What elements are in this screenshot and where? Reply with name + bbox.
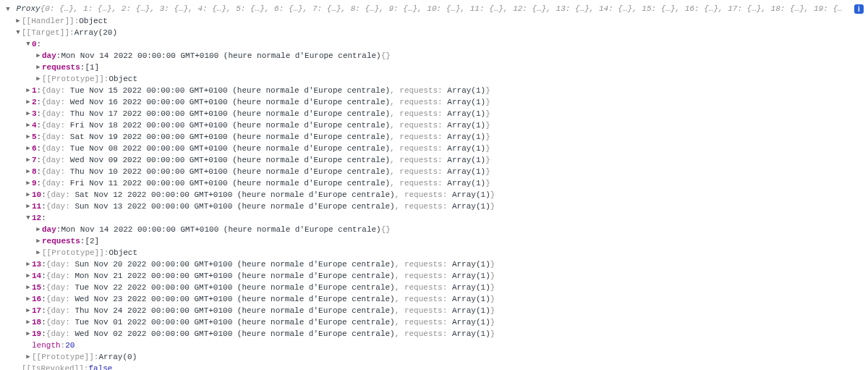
disclosure-right-icon[interactable]: ▶ <box>35 50 42 62</box>
prop-value: Object <box>109 247 137 258</box>
property-row[interactable]: ▶ [[Prototype]]: Object <box>4 73 864 85</box>
disclosure-right-icon[interactable]: ▶ <box>25 316 32 328</box>
disclosure-right-icon[interactable]: ▶ <box>25 258 32 270</box>
disclosure-right-icon[interactable]: ▶ <box>35 235 42 247</box>
object-root-row[interactable]: ▼ Proxy {0: {…}, 1: {…}, 2: {…}, 3: {…},… <box>4 3 864 15</box>
index-label: 2 <box>32 96 37 108</box>
index-label: 11 <box>32 201 41 212</box>
object-preview: {day: Thu Nov 24 2022 00:00:00 GMT+0100 … <box>46 305 495 316</box>
property-row[interactable]: ▶ requests: [2] <box>4 235 864 247</box>
disclosure-right-icon[interactable]: ▶ <box>25 328 32 340</box>
property-row[interactable]: length: 20 <box>4 340 864 351</box>
disclosure-right-icon[interactable]: ▶ <box>25 96 32 108</box>
disclosure-right-icon[interactable]: ▶ <box>25 131 32 143</box>
disclosure-right-icon[interactable]: ▶ <box>25 177 32 189</box>
prop-name: [[IsRevoked]] <box>22 363 84 370</box>
object-preview: {day: Fri Nov 11 2022 00:00:00 GMT+0100 … <box>41 177 490 189</box>
property-row[interactable]: ▶ [[Prototype]]: Object <box>4 247 864 258</box>
object-preview: {day: Wed Nov 09 2022 00:00:00 GMT+0100 … <box>41 154 490 166</box>
disclosure-right-icon[interactable]: ▶ <box>35 73 42 85</box>
property-row[interactable]: [[IsRevoked]]: false <box>4 363 864 370</box>
array-item-row[interactable]: ▶9: {day: Fri Nov 11 2022 00:00:00 GMT+0… <box>4 177 864 189</box>
prop-value: 20 <box>65 340 75 351</box>
target-row[interactable]: ▼ [[Target]]: Array(20) <box>4 27 864 38</box>
array-item-row[interactable]: ▶16: {day: Wed Nov 23 2022 00:00:00 GMT+… <box>4 293 864 305</box>
property-row[interactable]: ▶ [[Prototype]]: Array(0) <box>4 351 864 363</box>
prop-name: [[Target]] <box>22 27 69 38</box>
disclosure-down-icon[interactable]: ▼ <box>25 212 32 224</box>
info-icon[interactable]: i <box>854 4 864 14</box>
index-label: 6 <box>32 143 37 154</box>
disclosure-right-icon[interactable]: ▶ <box>35 247 42 258</box>
array-item-row[interactable]: ▶14: {day: Mon Nov 21 2022 00:00:00 GMT+… <box>4 270 864 282</box>
object-preview: {day: Mon Nov 21 2022 00:00:00 GMT+0100 … <box>46 270 495 282</box>
array-item-row[interactable]: ▶15: {day: Tue Nov 22 2022 00:00:00 GMT+… <box>4 282 864 293</box>
object-preview: {day: Fri Nov 18 2022 00:00:00 GMT+0100 … <box>41 119 490 131</box>
disclosure-right-icon[interactable]: ▶ <box>25 154 32 166</box>
object-preview: {day: Thu Nov 17 2022 00:00:00 GMT+0100 … <box>41 108 490 119</box>
array-item-row[interactable]: ▶6: {day: Tue Nov 08 2022 00:00:00 GMT+0… <box>4 143 864 154</box>
property-row[interactable]: ▶ requests: [1] <box>4 62 864 73</box>
index-label: 15 <box>32 282 41 293</box>
array-item-row[interactable]: ▶17: {day: Thu Nov 24 2022 00:00:00 GMT+… <box>4 305 864 316</box>
array-item-row[interactable]: ▶18: {day: Tue Nov 01 2022 00:00:00 GMT+… <box>4 316 864 328</box>
prop-name: [[Prototype]] <box>42 73 104 85</box>
disclosure-right-icon[interactable]: ▶ <box>25 351 32 363</box>
object-preview: {} <box>381 50 391 62</box>
object-preview: {day: Tue Nov 08 2022 00:00:00 GMT+0100 … <box>41 143 490 154</box>
array-item-row[interactable]: ▶19: {day: Wed Nov 02 2022 00:00:00 GMT+… <box>4 328 864 340</box>
disclosure-down-icon[interactable]: ▼ <box>25 38 32 50</box>
prop-name: day <box>42 50 56 62</box>
disclosure-right-icon[interactable]: ▶ <box>25 293 32 305</box>
index-label: 19 <box>32 328 41 340</box>
disclosure-right-icon[interactable]: ▶ <box>35 224 42 235</box>
array-item-row[interactable]: ▶7: {day: Wed Nov 09 2022 00:00:00 GMT+0… <box>4 154 864 166</box>
day-value: Mon Nov 14 2022 00:00:00 GMT+0100 (heure… <box>61 50 380 62</box>
day-value: Mon Nov 14 2022 00:00:00 GMT+0100 (heure… <box>61 224 380 235</box>
disclosure-down-icon[interactable]: ▼ <box>14 27 22 38</box>
disclosure-right-icon[interactable]: ▶ <box>35 62 42 73</box>
index-label: 0 <box>32 38 37 50</box>
object-preview: {day: Sun Nov 13 2022 00:00:00 GMT+0100 … <box>46 201 495 212</box>
object-preview: {day: Sun Nov 20 2022 00:00:00 GMT+0100 … <box>46 258 495 270</box>
disclosure-right-icon[interactable]: ▶ <box>25 305 32 316</box>
index-label: 17 <box>32 305 41 316</box>
array-item-row[interactable]: ▶8: {day: Thu Nov 10 2022 00:00:00 GMT+0… <box>4 166 864 177</box>
array-item-row[interactable]: ▶1: {day: Tue Nov 15 2022 00:00:00 GMT+0… <box>4 85 864 96</box>
type-label: Proxy <box>17 4 41 13</box>
disclosure-right-icon[interactable]: ▶ <box>25 189 32 201</box>
prop-name: length <box>32 340 61 351</box>
array-item-row[interactable]: ▶10: {day: Sat Nov 12 2022 00:00:00 GMT+… <box>4 189 864 201</box>
array-item-row[interactable]: ▶3: {day: Thu Nov 17 2022 00:00:00 GMT+0… <box>4 108 864 119</box>
prop-name: requests <box>42 62 80 73</box>
disclosure-right-icon[interactable]: ▶ <box>25 282 32 293</box>
disclosure-down-icon[interactable]: ▼ <box>4 4 12 15</box>
disclosure-right-icon[interactable]: ▶ <box>25 119 32 131</box>
property-row[interactable]: ▶ day: Mon Nov 14 2022 00:00:00 GMT+0100… <box>4 50 864 62</box>
object-preview: {0: {…}, 1: {…}, 2: {…}, 3: {…}, 4: {…},… <box>41 3 847 14</box>
disclosure-right-icon[interactable]: ▶ <box>14 15 22 27</box>
disclosure-right-icon[interactable]: ▶ <box>25 85 32 96</box>
object-preview: {day: Thu Nov 10 2022 00:00:00 GMT+0100 … <box>41 166 490 177</box>
array-item-row[interactable]: ▶5: {day: Sat Nov 19 2022 00:00:00 GMT+0… <box>4 131 864 143</box>
prop-value: Object <box>109 73 137 85</box>
disclosure-right-icon[interactable]: ▶ <box>25 201 32 212</box>
array-item-row[interactable]: ▶13: {day: Sun Nov 20 2022 00:00:00 GMT+… <box>4 258 864 270</box>
array-item-row[interactable]: ▼ 0: <box>4 38 864 50</box>
disclosure-right-icon[interactable]: ▶ <box>25 108 32 119</box>
handler-row[interactable]: ▶ [[Handler]]: Object <box>4 15 864 27</box>
property-row[interactable]: ▶ day: Mon Nov 14 2022 00:00:00 GMT+0100… <box>4 224 864 235</box>
index-label: 3 <box>32 108 37 119</box>
prop-name: requests <box>42 235 80 247</box>
array-item-row[interactable]: ▼ 12: <box>4 212 864 224</box>
array-item-row[interactable]: ▶4: {day: Fri Nov 18 2022 00:00:00 GMT+0… <box>4 119 864 131</box>
prop-value: [2] <box>85 235 99 247</box>
object-preview: {day: Tue Nov 15 2022 00:00:00 GMT+0100 … <box>41 85 490 96</box>
array-item-row[interactable]: ▶11: {day: Sun Nov 13 2022 00:00:00 GMT+… <box>4 201 864 212</box>
index-label: 5 <box>32 131 37 143</box>
index-label: 8 <box>32 166 37 177</box>
disclosure-right-icon[interactable]: ▶ <box>25 270 32 282</box>
disclosure-right-icon[interactable]: ▶ <box>25 166 32 177</box>
disclosure-right-icon[interactable]: ▶ <box>25 143 32 154</box>
array-item-row[interactable]: ▶2: {day: Wed Nov 16 2022 00:00:00 GMT+0… <box>4 96 864 108</box>
